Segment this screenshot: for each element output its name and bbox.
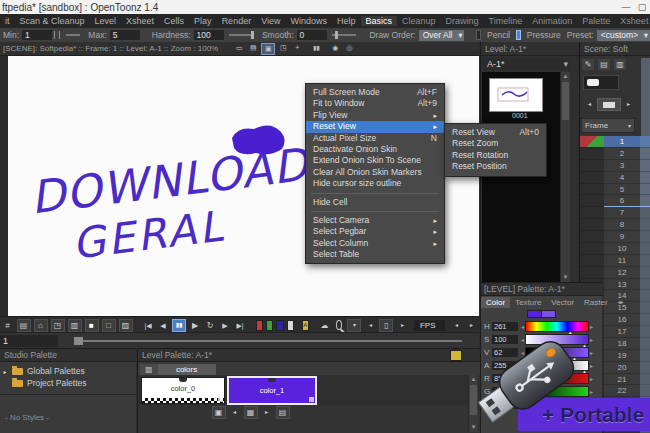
frame-number[interactable]: 22: [604, 385, 640, 397]
frame-slider[interactable]: [74, 340, 462, 342]
level-name-select[interactable]: A-1*: [483, 58, 571, 70]
pause-icon[interactable]: ▮▮: [172, 319, 186, 332]
fps-field[interactable]: FPS -- / 24: [414, 320, 445, 331]
level-thumbnail-cell[interactable]: [580, 219, 604, 231]
nav-left-icon[interactable]: ◂: [584, 99, 596, 110]
autopaint-icon[interactable]: [450, 350, 462, 361]
frame-slider-handle[interactable]: [74, 337, 83, 345]
menu-render[interactable]: Render: [217, 16, 257, 26]
options-icon[interactable]: #: [2, 320, 14, 331]
xsheet-header[interactable]: Scene: Soft: [580, 42, 650, 56]
xsheet-cell[interactable]: [640, 148, 650, 160]
save-images-icon[interactable]: ▤: [17, 319, 31, 332]
frame-number[interactable]: 2: [604, 148, 640, 160]
loop-icon[interactable]: ↻: [204, 320, 216, 331]
level-thumbnail-cell[interactable]: [580, 255, 604, 267]
smooth-slider[interactable]: [332, 34, 357, 36]
tab-scroll-arrows[interactable]: ◂▸: [613, 297, 629, 308]
level-thumbnail-cell[interactable]: [580, 148, 604, 160]
blue-channel-icon[interactable]: [276, 320, 283, 331]
pressure-checkbox[interactable]: [516, 30, 521, 40]
frame-number[interactable]: 20: [604, 362, 640, 374]
xsheet-cell[interactable]: [640, 184, 650, 196]
xsheet-cell[interactable]: [640, 362, 650, 374]
xsheet-cell[interactable]: [640, 326, 650, 338]
smooth-field[interactable]: 0: [297, 30, 327, 40]
menu-item-hide-cell[interactable]: Hide Cell: [306, 197, 444, 208]
scroll-down-icon[interactable]: ▼: [561, 273, 570, 282]
slider-marker[interactable]: [569, 321, 573, 332]
frame-thumbnail[interactable]: [489, 78, 543, 112]
menu-item-reset-position[interactable]: Reset Position: [445, 161, 546, 172]
fps-up-icon[interactable]: ▸: [465, 320, 477, 331]
minimize-button[interactable]: —: [618, 2, 634, 12]
menu-item-reset-rotation[interactable]: Reset Rotation: [445, 150, 546, 161]
tab-color[interactable]: Color: [481, 297, 510, 308]
room-tab-xsheet[interactable]: Xsheet: [615, 16, 650, 26]
level-thumbnail-cell[interactable]: [580, 195, 604, 207]
menu-item-select-camera[interactable]: Select Camera▸: [306, 215, 444, 226]
xsheet-cell[interactable]: [640, 290, 650, 302]
palette-pages-icon[interactable]: ▩: [140, 364, 158, 375]
frame-number[interactable]: 13: [604, 279, 640, 291]
slider-dec-icon[interactable]: ◂: [521, 323, 524, 330]
page-right-icon[interactable]: ▸: [261, 407, 273, 418]
level-strip-header[interactable]: Level: A-1*: [481, 42, 579, 56]
menu-item-reset-zoom[interactable]: Reset Zoom: [445, 138, 546, 149]
histogram-icon[interactable]: ◳: [51, 319, 65, 332]
frame-number[interactable]: 6: [604, 195, 640, 207]
frame-number[interactable]: 9: [604, 231, 640, 243]
fps-down-icon[interactable]: ◂: [450, 320, 462, 331]
room-tab-animation[interactable]: Animation: [527, 16, 577, 26]
subcamera-prev-icon[interactable]: ◂: [364, 320, 376, 331]
menu-item-deactivate-onion-skin[interactable]: Deactivate Onion Skin: [306, 144, 444, 155]
studio-palette-header[interactable]: Studio Palette: [0, 349, 136, 362]
white-background-icon[interactable]: ■: [85, 319, 99, 332]
xsheet-frame-row[interactable]: 7: [580, 207, 650, 219]
menu-item-actual-pixel-size[interactable]: Actual Pixel SizeN: [306, 133, 444, 144]
page-left-icon[interactable]: ◂: [229, 407, 241, 418]
first-frame-icon[interactable]: |◀: [142, 320, 154, 331]
level-thumbnail-cell[interactable]: [580, 136, 604, 148]
xsheet-frame-row[interactable]: 2: [580, 148, 650, 160]
room-tab-basics[interactable]: Basics: [361, 16, 398, 26]
min-range-handle[interactable]: [54, 31, 55, 39]
xsheet-cell[interactable]: [640, 219, 650, 231]
xsheet-frame-row[interactable]: 9: [580, 231, 650, 243]
level-chip-widget[interactable]: [583, 75, 619, 90]
tab-vector[interactable]: Vector: [546, 297, 579, 308]
xsheet-cell[interactable]: [640, 255, 650, 267]
xsheet-frame-row[interactable]: 8: [580, 219, 650, 231]
alpha-locator-icon[interactable]: A: [302, 320, 309, 331]
level-thumbnail-cell[interactable]: [580, 231, 604, 243]
expander-arrow-icon[interactable]: ▸: [0, 368, 10, 375]
room-tab-palette[interactable]: Palette: [577, 16, 615, 26]
compare-icon[interactable]: ▥: [68, 319, 82, 332]
menu-item-fit-to-window[interactable]: Fit to WindowAlt+9: [306, 98, 444, 109]
3d-view-icon[interactable]: ◳: [277, 43, 289, 53]
draw-order-select[interactable]: Over All: [419, 30, 465, 41]
matte-channel-icon[interactable]: [287, 320, 294, 331]
save-scene-icon[interactable]: ▤: [598, 59, 610, 70]
menu-item-select-pegbar[interactable]: Select Pegbar▸: [306, 226, 444, 237]
tab-texture[interactable]: Texture: [510, 297, 546, 308]
grid-view-icon[interactable]: ▦: [244, 406, 258, 419]
frame-number[interactable]: 17: [604, 326, 640, 338]
smooth-slider-handle[interactable]: [335, 31, 338, 39]
menu-view[interactable]: View: [256, 16, 285, 26]
xsheet-cell[interactable]: [640, 385, 650, 397]
maximize-button[interactable]: ▢: [634, 2, 650, 12]
xsheet-frame-row[interactable]: 6: [580, 195, 650, 207]
save-palette-icon[interactable]: ▣: [212, 406, 226, 419]
room-tab-timeline[interactable]: Timeline: [484, 16, 528, 26]
level-thumbnail-cell[interactable]: [580, 207, 604, 219]
max-field[interactable]: 5: [110, 30, 140, 40]
style-chip-color-1[interactable]: color_1: [227, 376, 317, 405]
next-frame-icon[interactable]: ▶: [219, 320, 231, 331]
standard-view-icon[interactable]: ▣: [261, 43, 275, 55]
view-mode-select-icon[interactable]: ▾: [347, 319, 361, 332]
edit-level-icon[interactable]: ✎: [582, 59, 594, 70]
frame-number[interactable]: 11: [604, 255, 640, 267]
max-range-handle[interactable]: [59, 31, 60, 39]
pencil-checkbox[interactable]: [476, 30, 481, 40]
